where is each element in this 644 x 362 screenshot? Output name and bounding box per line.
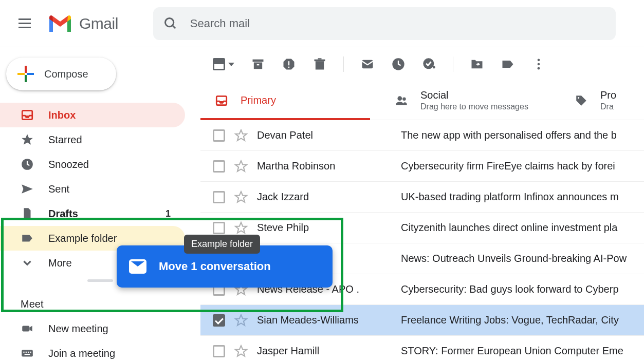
select-checkbox-icon xyxy=(213,58,225,70)
star-icon[interactable] xyxy=(234,190,248,204)
star-icon[interactable] xyxy=(234,314,248,327)
sidebar-item-label: Snoozed xyxy=(48,159,89,170)
svg-rect-5 xyxy=(27,73,34,75)
svg-point-32 xyxy=(578,97,579,98)
star-icon[interactable] xyxy=(234,221,248,235)
search-bar[interactable] xyxy=(153,7,616,40)
email-sender: Martha Robinson xyxy=(257,160,401,172)
email-checkbox[interactable] xyxy=(213,314,225,327)
file-icon xyxy=(21,207,34,220)
meet-join-meeting[interactable]: Join a meeting xyxy=(0,341,185,362)
email-checkbox[interactable] xyxy=(213,191,225,203)
email-row[interactable]: Jasper Hamill STORY: Former European Uni… xyxy=(200,336,644,362)
more-icon[interactable] xyxy=(531,57,546,71)
toolbar xyxy=(200,47,644,81)
sidebar-item-label: Inbox xyxy=(48,109,76,121)
star-icon[interactable] xyxy=(234,345,248,358)
envelope-icon xyxy=(129,259,146,274)
search-input[interactable] xyxy=(190,17,605,30)
svg-rect-3 xyxy=(25,75,27,82)
email-subject: The new app with personalised offers and… xyxy=(401,129,644,141)
plus-icon xyxy=(16,65,35,83)
svg-rect-18 xyxy=(288,61,289,65)
category-tabs: Primary Social Drag here to move message… xyxy=(200,81,644,120)
spam-icon[interactable] xyxy=(282,57,296,71)
email-sender: Jack Izzard xyxy=(257,191,401,203)
svg-rect-13 xyxy=(30,352,31,353)
sidebar-item-label: Example folder xyxy=(48,233,117,244)
meet-new-meeting[interactable]: New meeting xyxy=(0,316,185,341)
svg-point-31 xyxy=(402,97,406,101)
email-list: Devan Patel The new app with personalise… xyxy=(200,120,644,362)
camera-icon xyxy=(21,322,34,335)
tab-promotions[interactable]: Pro Dra xyxy=(560,81,631,120)
svg-point-26 xyxy=(538,59,540,62)
sidebar-item-label: Starred xyxy=(48,134,82,146)
gmail-logo[interactable]: Gmail xyxy=(47,13,118,34)
move-to-icon[interactable] xyxy=(470,57,484,71)
star-icon[interactable] xyxy=(234,160,248,173)
delete-icon[interactable] xyxy=(312,57,327,71)
svg-point-27 xyxy=(538,63,540,66)
sidebar-item-label: Drafts xyxy=(48,208,78,220)
snooze-icon[interactable] xyxy=(391,57,406,71)
email-row[interactable]: Sian Meades-Williams Freelance Writing J… xyxy=(200,305,644,336)
email-subject: Freelance Writing Jobs: Vogue, TechRadar… xyxy=(401,314,644,326)
add-task-icon[interactable] xyxy=(422,57,436,71)
search-icon[interactable] xyxy=(163,16,178,31)
send-icon xyxy=(21,182,34,196)
email-row[interactable]: Devan Patel The new app with personalise… xyxy=(200,120,644,151)
sidebar-item-label: Sent xyxy=(48,183,69,195)
email-row[interactable]: Martha Robinson Cybersecurity firm FireE… xyxy=(200,151,644,182)
sidebar-item-sent[interactable]: Sent xyxy=(0,177,185,201)
email-checkbox[interactable] xyxy=(213,160,225,173)
star-icon[interactable] xyxy=(234,129,248,142)
email-sender: Steve Philp xyxy=(257,222,401,234)
svg-line-1 xyxy=(172,25,175,28)
email-checkbox[interactable] xyxy=(213,345,225,357)
chevron-down-icon xyxy=(21,256,34,270)
select-dropdown[interactable] xyxy=(213,58,234,70)
email-checkbox[interactable] xyxy=(213,129,225,142)
sidebar-item-starred[interactable]: Starred xyxy=(0,127,185,152)
archive-icon[interactable] xyxy=(251,57,265,71)
drag-label: Move 1 conversation xyxy=(159,260,271,273)
inbox-icon xyxy=(215,94,228,107)
keyboard-icon xyxy=(21,347,34,360)
sidebar-item-snoozed[interactable]: Snoozed xyxy=(0,152,185,177)
resize-handle[interactable] xyxy=(87,279,113,282)
main-menu-icon[interactable] xyxy=(12,11,37,36)
svg-rect-14 xyxy=(25,354,30,355)
email-sender: Devan Patel xyxy=(257,129,401,141)
svg-rect-15 xyxy=(253,60,264,62)
tab-social[interactable]: Social Drag here to move messages xyxy=(380,81,560,120)
dropdown-arrow-icon xyxy=(228,63,234,66)
tag-icon xyxy=(575,94,588,107)
email-row[interactable]: Jack Izzard UK-based trading platform In… xyxy=(200,182,644,213)
clock-icon xyxy=(21,158,34,171)
compose-button[interactable]: Compose xyxy=(6,58,116,90)
tab-label: Primary xyxy=(241,94,276,106)
tab-label: Social xyxy=(420,89,528,101)
drafts-count: 1 xyxy=(165,208,171,219)
email-row[interactable]: Steve Philp Cityzenith launches direct o… xyxy=(200,213,644,243)
meet-item-label: New meeting xyxy=(48,323,108,335)
svg-point-30 xyxy=(397,96,402,101)
tab-primary[interactable]: Primary xyxy=(200,81,380,120)
sidebar-item-inbox[interactable]: Inbox xyxy=(0,103,185,127)
star-icon xyxy=(21,133,34,146)
email-subject: News: Outreach Unveils Ground-breaking A… xyxy=(401,253,644,264)
email-checkbox[interactable] xyxy=(213,222,225,234)
svg-rect-19 xyxy=(288,67,289,68)
labels-icon[interactable] xyxy=(501,57,515,71)
sidebar-item-drafts[interactable]: Drafts 1 xyxy=(0,201,185,226)
svg-rect-16 xyxy=(254,63,262,69)
email-subject: Cybersecurity: Bad guys look forward to … xyxy=(401,283,644,295)
svg-rect-12 xyxy=(28,352,29,353)
drag-tooltip: Example folder xyxy=(184,235,260,254)
svg-rect-17 xyxy=(257,64,260,65)
people-icon xyxy=(395,94,408,107)
gmail-m-icon xyxy=(47,13,73,34)
meet-item-label: Join a meeting xyxy=(48,348,115,359)
mark-unread-icon[interactable] xyxy=(360,57,375,71)
